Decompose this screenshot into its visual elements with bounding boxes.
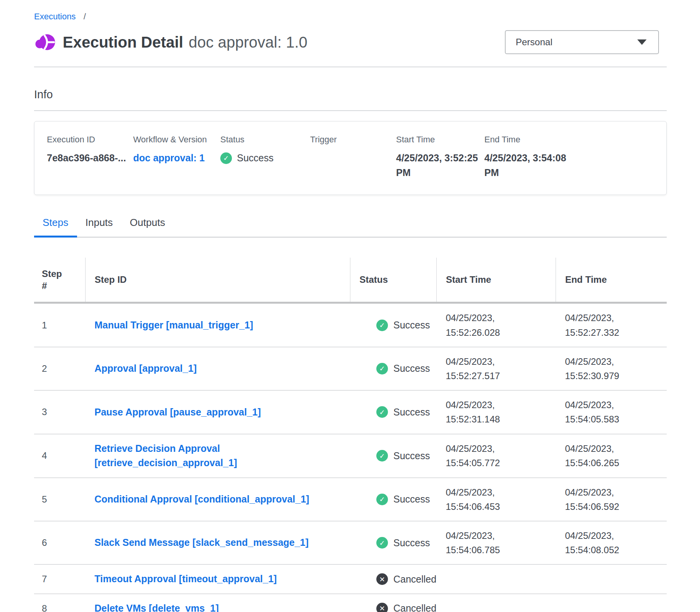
status-badge: ✓Success — [359, 363, 436, 374]
execution-detail-page: Executions / Execution Detail doc approv… — [0, 12, 700, 612]
step-start-time: 04/25/2023, 15:54:06.785 — [446, 528, 511, 557]
scope-select-value: Personal — [516, 37, 552, 48]
column-header-step-id: Step ID — [85, 258, 350, 303]
step-row: 6 Slack Send Message [slack_send_message… — [34, 521, 667, 564]
step-end-time: 04/25/2023, 15:54:05.583 — [565, 398, 631, 426]
breadcrumb-separator: / — [84, 12, 86, 21]
step-end-time: 04/25/2023, 15:52:27.332 — [565, 311, 631, 339]
step-row: 8 Delete VMs [delete_vms_1] ✕Cancelled — [34, 594, 667, 612]
workflow-version-link[interactable]: doc approval: 1 — [133, 151, 220, 166]
info-field-label: Workflow & Version — [133, 135, 220, 145]
info-field-label: Trigger — [310, 135, 396, 145]
info-field-label: Start Time — [396, 135, 484, 145]
step-id-link[interactable]: Pause Approval [pause_approval_1] — [94, 405, 261, 420]
step-number: 2 — [34, 347, 85, 390]
step-number: 1 — [34, 303, 85, 347]
step-id-link[interactable]: Timeout Approval [timeout_approval_1] — [94, 572, 277, 586]
step-number: 3 — [34, 390, 85, 434]
status-badge: ✓Success — [359, 494, 436, 505]
info-card: Execution ID 7e8ac396-a868-... Workflow … — [34, 121, 667, 195]
step-start-time: 04/25/2023, 15:54:05.772 — [446, 441, 511, 470]
check-circle-icon: ✓ — [376, 450, 388, 462]
step-row: 2 Approval [approval_1] ✓Success 04/25/2… — [34, 347, 667, 390]
step-start-time: 04/25/2023, 15:52:27.517 — [446, 354, 511, 383]
step-row: 5 Conditional Approval [conditional_appr… — [34, 478, 667, 521]
column-header-end-time: End Time — [556, 258, 667, 303]
step-id-link[interactable]: Slack Send Message [slack_send_message_1… — [94, 535, 309, 550]
title-divider — [34, 67, 667, 67]
step-id-link[interactable]: Conditional Approval [conditional_approv… — [94, 492, 309, 507]
step-id-link[interactable]: Retrieve Decision Approval [retrieve_dec… — [94, 441, 338, 470]
info-field-label: Status — [220, 135, 310, 145]
info-field: Workflow & Version doc approval: 1 — [133, 135, 220, 180]
info-field-label: End Time — [484, 135, 659, 145]
step-row: 1 Manual Trigger [manual_trigger_1] ✓Suc… — [34, 303, 667, 347]
info-field-label: Execution ID — [47, 135, 133, 145]
status-badge: ✓Success — [359, 537, 436, 549]
steps-table-body: 1 Manual Trigger [manual_trigger_1] ✓Suc… — [34, 303, 667, 612]
step-start-time: 04/25/2023, 15:54:06.453 — [446, 485, 511, 514]
info-field: Trigger — [310, 135, 396, 180]
column-header-start-time: Start Time — [436, 258, 556, 303]
status-badge: ✕Cancelled — [359, 573, 436, 585]
info-field-value: 7e8ac396-a868-... — [47, 151, 133, 166]
step-end-time: 04/25/2023, 15:54:08.052 — [565, 528, 631, 557]
step-number: 6 — [34, 521, 85, 564]
status-badge: ✕Cancelled — [359, 603, 436, 612]
check-circle-icon: ✓ — [220, 152, 232, 164]
step-start-time: 04/25/2023, 15:52:26.028 — [446, 311, 511, 339]
info-field: Start Time 4/25/2023, 3:52:25 PM — [396, 135, 484, 180]
breadcrumb-executions-link[interactable]: Executions — [34, 12, 76, 21]
check-circle-icon: ✓ — [376, 363, 388, 374]
tab-steps[interactable]: Steps — [34, 217, 77, 238]
step-number: 5 — [34, 478, 85, 521]
info-heading: Info — [34, 88, 667, 101]
step-id-link[interactable]: Delete VMs [delete_vms_1] — [94, 601, 219, 612]
info-field: Status ✓Success — [220, 135, 310, 180]
tab-bar: StepsInputsOutputs — [34, 217, 667, 238]
step-row: 7 Timeout Approval [timeout_approval_1] … — [34, 564, 667, 594]
status-badge: ✓Success — [359, 450, 436, 462]
column-header-step-number: Step # — [34, 258, 85, 303]
info-divider — [34, 110, 667, 111]
tab-outputs[interactable]: Outputs — [121, 217, 173, 238]
step-end-time: 04/25/2023, 15:54:06.265 — [565, 441, 631, 470]
page-title: Execution Detail — [63, 34, 183, 51]
info-field: End Time 4/25/2023, 3:54:08 PM — [484, 135, 659, 180]
step-row: 4 Retrieve Decision Approval [retrieve_d… — [34, 434, 667, 478]
step-end-time: 04/25/2023, 15:52:30.979 — [565, 354, 631, 383]
x-circle-icon: ✕ — [376, 573, 388, 585]
info-field: Execution ID 7e8ac396-a868-... — [47, 135, 133, 180]
caret-down-icon — [637, 39, 647, 45]
step-start-time: 04/25/2023, 15:52:31.148 — [446, 398, 511, 426]
x-circle-icon: ✕ — [376, 603, 388, 612]
check-circle-icon: ✓ — [376, 406, 388, 418]
step-number: 8 — [34, 594, 85, 612]
page-subtitle: doc approval: 1.0 — [189, 34, 307, 51]
step-number: 4 — [34, 434, 85, 478]
breadcrumb: Executions / — [34, 12, 667, 22]
check-circle-icon: ✓ — [376, 537, 388, 549]
workflow-icon — [34, 31, 56, 53]
tab-inputs[interactable]: Inputs — [77, 217, 122, 238]
info-field-value: ✓Success — [220, 151, 310, 166]
check-circle-icon: ✓ — [376, 320, 388, 331]
check-circle-icon: ✓ — [376, 494, 388, 505]
status-badge: ✓Success — [359, 320, 436, 331]
step-id-link[interactable]: Approval [approval_1] — [94, 361, 197, 376]
title-row: Execution Detail doc approval: 1.0 Perso… — [34, 30, 667, 54]
info-field-value: 4/25/2023, 3:54:08 PM — [484, 151, 583, 180]
steps-table: Step # Step ID Status Start Time End Tim… — [34, 258, 667, 612]
step-number: 7 — [34, 564, 85, 594]
step-id-link[interactable]: Manual Trigger [manual_trigger_1] — [94, 318, 253, 333]
column-header-status: Status — [350, 258, 436, 303]
status-badge: ✓Success — [359, 406, 436, 418]
scope-select[interactable]: Personal — [505, 30, 659, 54]
info-field-value: 4/25/2023, 3:52:25 PM — [396, 151, 484, 180]
steps-table-header: Step # Step ID Status Start Time End Tim… — [34, 258, 667, 303]
step-end-time: 04/25/2023, 15:54:06.592 — [565, 485, 631, 514]
step-row: 3 Pause Approval [pause_approval_1] ✓Suc… — [34, 390, 667, 434]
